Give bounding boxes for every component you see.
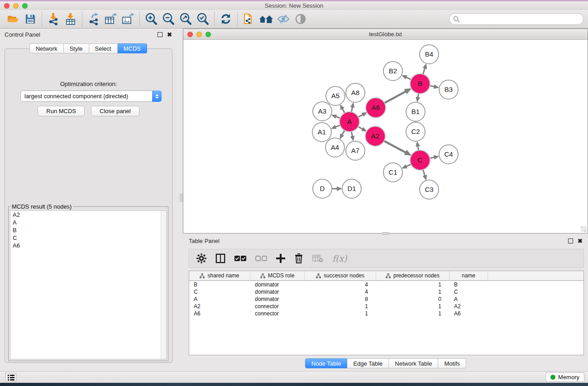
cell: A2 bbox=[189, 303, 250, 310]
tab-network-table[interactable]: Network Table bbox=[389, 358, 438, 368]
show-panel-button[interactable] bbox=[292, 11, 309, 27]
mcds-result-item[interactable]: A6 bbox=[10, 242, 166, 249]
graph-node-B3[interactable]: B3 bbox=[439, 80, 458, 99]
graph-node-B2[interactable]: B2 bbox=[383, 62, 402, 81]
graph-node-A6[interactable]: A6 bbox=[366, 98, 386, 118]
result-scrollbar[interactable] bbox=[161, 211, 166, 359]
tab-style[interactable]: Style bbox=[64, 43, 89, 53]
graph-node-A8[interactable]: A8 bbox=[346, 83, 365, 102]
tab-select[interactable]: Select bbox=[89, 43, 118, 53]
tab-motifs[interactable]: Motifs bbox=[438, 358, 466, 368]
import-table-button[interactable] bbox=[62, 11, 79, 27]
memory-button[interactable]: Memory bbox=[545, 372, 584, 382]
graph-node-B[interactable]: B bbox=[410, 74, 430, 94]
open-file-button[interactable] bbox=[5, 11, 22, 27]
zoom-out-button[interactable] bbox=[160, 11, 177, 27]
optimization-criterion-select[interactable]: largest connected component (directed) bbox=[20, 91, 162, 102]
run-mcds-button[interactable]: Run MCDS bbox=[38, 106, 85, 116]
column-header-predecessor-nodes[interactable]: predecessor nodes bbox=[376, 271, 449, 280]
delete-table-button bbox=[312, 254, 323, 262]
node-label: B2 bbox=[389, 67, 397, 75]
network-graph: AA1A2A3A4A5A6A7A8BB1B2B3B4CC1C2C3C4DD1 bbox=[183, 40, 588, 233]
import-table-icon bbox=[65, 13, 76, 25]
column-label: MCDS role bbox=[268, 272, 295, 279]
zoom-fit-button[interactable] bbox=[177, 11, 194, 27]
toolbar-separator bbox=[214, 12, 215, 26]
close-panel-button[interactable]: Close panel bbox=[91, 106, 139, 116]
memory-status-icon bbox=[550, 375, 555, 380]
graph-node-D[interactable]: D bbox=[313, 179, 332, 198]
export-image-button[interactable] bbox=[120, 11, 137, 27]
deselect-all-button[interactable] bbox=[255, 255, 267, 262]
delete-column-button[interactable] bbox=[294, 253, 303, 263]
refresh-button[interactable] bbox=[217, 11, 234, 27]
table-row[interactable]: Bdominator41B bbox=[189, 281, 583, 288]
graph-node-C3[interactable]: C3 bbox=[420, 180, 439, 199]
horizontal-splitter-handle[interactable] bbox=[382, 232, 389, 235]
tab-network[interactable]: Network bbox=[29, 43, 64, 53]
search-field[interactable] bbox=[449, 13, 583, 25]
resize-grip[interactable] bbox=[581, 226, 587, 232]
toolbar-separator bbox=[42, 12, 42, 26]
mcds-result-item[interactable]: B bbox=[10, 226, 166, 234]
tab-node-table[interactable]: Node Table bbox=[305, 358, 348, 368]
column-header-successor-nodes[interactable]: successor nodes bbox=[305, 271, 376, 280]
cell: 1 bbox=[305, 303, 376, 310]
graph-node-A1[interactable]: A1 bbox=[312, 123, 331, 142]
node-label: B3 bbox=[445, 86, 453, 93]
create-column-button[interactable] bbox=[276, 254, 285, 263]
graph-node-A4[interactable]: A4 bbox=[325, 138, 344, 157]
close-panel-icon[interactable]: ✖ bbox=[167, 32, 172, 37]
tab-edge-table[interactable]: Edge Table bbox=[347, 358, 389, 368]
import-network-button[interactable] bbox=[45, 11, 62, 27]
import-network-icon bbox=[48, 13, 59, 25]
column-label: shared name bbox=[207, 272, 239, 279]
show-all-networks-button[interactable] bbox=[258, 11, 275, 27]
search-input[interactable] bbox=[462, 16, 583, 23]
graph-node-B4[interactable]: B4 bbox=[420, 45, 439, 64]
graph-node-D1[interactable]: D1 bbox=[342, 179, 361, 198]
select-all-button[interactable] bbox=[234, 255, 246, 262]
home-icon bbox=[258, 14, 274, 24]
zoom-selected-button[interactable] bbox=[194, 11, 211, 27]
column-header-shared-name[interactable]: shared name bbox=[189, 271, 250, 280]
vertical-splitter-handle[interactable] bbox=[180, 194, 183, 202]
open-folder-icon bbox=[7, 14, 19, 24]
float-table-panel-icon[interactable] bbox=[568, 238, 573, 243]
mcds-result-item[interactable]: A2 bbox=[10, 211, 166, 219]
column-header-name[interactable]: name bbox=[449, 271, 488, 280]
graph-node-C1[interactable]: C1 bbox=[383, 163, 402, 182]
graph-node-A7[interactable]: A7 bbox=[346, 141, 365, 160]
graph-node-C4[interactable]: C4 bbox=[439, 145, 458, 164]
network-canvas[interactable]: AA1A2A3A4A5A6A7A8BB1B2B3B4CC1C2C3C4DD1 bbox=[183, 40, 588, 233]
graph-node-C[interactable]: C bbox=[410, 150, 430, 170]
mcds-result-item[interactable]: A bbox=[10, 219, 166, 226]
export-image-icon bbox=[122, 13, 134, 25]
export-table-button[interactable] bbox=[102, 11, 120, 27]
hide-panel-button[interactable] bbox=[275, 11, 292, 27]
close-table-panel-icon[interactable]: ✖ bbox=[578, 238, 583, 243]
table-row[interactable]: A2connector11A2 bbox=[189, 303, 583, 310]
graph-node-A5[interactable]: A5 bbox=[326, 86, 345, 105]
clone-network-button[interactable] bbox=[240, 11, 258, 27]
gear-icon bbox=[196, 253, 206, 263]
tab-mcds[interactable]: MCDS bbox=[118, 43, 147, 53]
graph-node-B1[interactable]: B1 bbox=[406, 102, 425, 121]
table-row[interactable]: A6connector11A6 bbox=[189, 310, 583, 317]
mcds-result-item[interactable]: C bbox=[10, 234, 166, 242]
graph-node-C2[interactable]: C2 bbox=[406, 122, 425, 141]
table-row[interactable]: Cdominator41C bbox=[189, 288, 583, 295]
table-settings-button[interactable] bbox=[196, 253, 206, 263]
export-network-button[interactable] bbox=[85, 11, 102, 27]
node-label: B bbox=[418, 80, 422, 87]
table-row[interactable]: Adominator80A bbox=[189, 295, 583, 303]
save-session-button[interactable] bbox=[22, 11, 39, 27]
graph-node-A3[interactable]: A3 bbox=[313, 102, 332, 121]
graph-node-A[interactable]: A bbox=[339, 112, 359, 132]
graph-node-A2[interactable]: A2 bbox=[365, 126, 385, 146]
show-columns-button[interactable] bbox=[215, 253, 225, 263]
zoom-in-button[interactable] bbox=[143, 11, 160, 27]
float-panel-icon[interactable] bbox=[158, 32, 163, 37]
task-history-button[interactable] bbox=[5, 373, 16, 382]
column-header-MCDS-role[interactable]: MCDS role bbox=[250, 271, 305, 280]
